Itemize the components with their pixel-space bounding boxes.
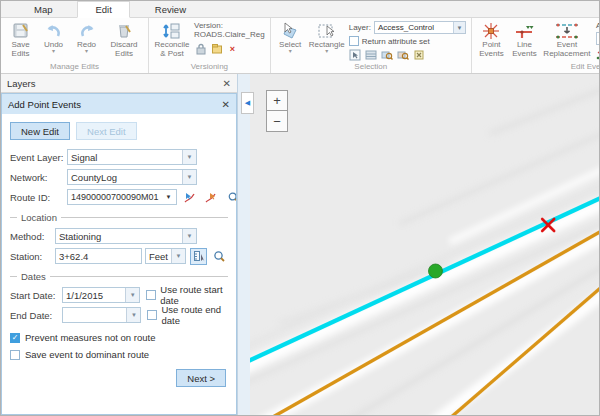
undo-dropdown-caret[interactable]: ▾ [52,49,55,53]
return-attribute-set-checkbox[interactable] [349,36,359,46]
layers-pane-close-icon[interactable]: ✕ [223,78,231,89]
line-events-button[interactable]: Line Events [508,20,541,58]
panel-gutter: ◀ [238,74,250,415]
save-edits-button[interactable]: Save Edits [4,20,37,58]
undo-button[interactable]: Undo ▾ [37,20,70,53]
group-edit-events: Point Events Line Events Event Replaceme… [472,18,600,73]
selection-attributes-icon[interactable] [365,48,378,61]
pan-to-selection-icon[interactable] [397,48,410,61]
start-date-label: Start Date: [10,290,62,301]
location-section-separator: Location [10,212,228,223]
next-button[interactable]: Next > [176,369,226,387]
ribbon-tab-bar: Map Edit Review [1,1,599,18]
start-date-arrow-icon[interactable]: ▼ [125,288,139,302]
new-edit-button[interactable]: New Edit [10,122,70,140]
route-id-combo[interactable]: 14900000700090M01 ▼ [67,189,177,205]
select-route-on-map-icon[interactable] [181,189,198,206]
left-panel: Layers ✕ Add Point Events ✕ New Edit Nex… [1,74,238,415]
end-date-input[interactable]: ▼ [62,307,141,323]
end-date-label: End Date: [10,310,62,321]
method-label: Method: [10,231,55,242]
prevent-measures-label: Prevent measures not on route [25,332,155,343]
version-lock-icon[interactable] [194,42,207,55]
select-by-shape-icon[interactable] [349,48,362,61]
end-date-arrow-icon[interactable]: ▼ [126,308,140,322]
event-point-marker [428,264,442,278]
new-version-icon[interactable] [210,42,223,55]
zoom-out-button[interactable]: − [266,111,288,132]
event-replacement-icon [554,21,580,40]
collapse-arrow-icon: ◀ [245,99,250,107]
pick-location-tool-icon[interactable] [190,248,207,265]
rectangle-select-icon [317,21,337,40]
rectangle-select-button[interactable]: Rectangle ▾ [307,20,347,53]
method-select-arrow-icon[interactable]: ▼ [182,229,196,243]
next-edit-button[interactable]: Next Edit [76,122,137,140]
tab-edit[interactable]: Edit [77,1,129,18]
add-point-events-close-icon[interactable]: ✕ [222,99,230,110]
attribute-set-select[interactable]: Default ▼ [596,32,600,45]
route-id-combo-arrow-icon[interactable]: ▼ [162,190,176,204]
method-select[interactable]: Stationing ▼ [55,228,197,244]
group-label-versioning: Versioning [152,62,267,73]
group-label-edit-events: Edit Events [475,62,600,73]
use-route-start-date-label: Use route start date [160,284,228,306]
select-dropdown-caret[interactable]: ▾ [289,49,292,53]
event-layer-label: Event Layer: [10,152,67,163]
tab-map[interactable]: Map [17,2,69,17]
start-date-input[interactable]: 1/1/2015 ▼ [62,287,140,303]
station-label: Station: [10,251,55,262]
zoom-to-station-icon[interactable] [211,248,228,265]
prevent-measures-checkbox[interactable]: ✓ [10,333,20,343]
use-route-end-date-checkbox[interactable] [147,310,157,320]
layer-select[interactable]: Access_Control ▼ [374,21,466,34]
network-select[interactable]: CountyLog ▼ [67,169,197,185]
group-label-manage-edits: Manage Edits [4,62,145,73]
zoom-in-button[interactable]: + [266,90,288,111]
station-unit-select[interactable]: Feet ▼ [145,248,186,264]
reconcile-icon [162,21,182,40]
panel-collapse-button[interactable]: ◀ [241,92,254,114]
add-point-events-title: Add Point Events [8,99,81,110]
event-replacement-button[interactable]: Event Replacement [541,20,593,58]
redo-button[interactable]: Redo ▾ [70,20,103,53]
retire-event-icon[interactable] [596,48,600,61]
delete-version-icon[interactable]: × [226,42,239,55]
station-unit-arrow-icon[interactable]: ▼ [171,249,185,263]
reconcile-post-button[interactable]: Reconcile & Post [152,20,192,58]
group-manage-edits: Save Edits Undo ▾ Redo ▾ [1,18,149,73]
layers-pane-header: Layers ✕ [1,74,237,93]
group-selection: Select ▾ Rectangle ▾ Layer: Access_Contr… [271,18,472,73]
tab-review[interactable]: Review [138,2,203,17]
zoom-to-route-icon[interactable] [227,189,236,206]
map-zoom-control: + − [266,90,288,132]
map-view[interactable]: + − [250,74,599,415]
select-button[interactable]: Select ▾ [274,20,307,53]
attribute-set-label: Attribute Set: [596,21,600,30]
network-select-arrow-icon[interactable]: ▼ [182,170,196,184]
event-layer-select[interactable]: Signal ▼ [67,149,197,165]
return-attribute-set-label: Return attribute set [362,37,430,46]
trash-icon [116,21,132,40]
point-events-button[interactable]: Point Events [475,20,508,58]
redo-dropdown-caret[interactable]: ▾ [85,49,88,53]
ribbon: Save Edits Undo ▾ Redo ▾ [1,18,599,74]
save-icon [12,21,30,40]
zoom-to-selection-icon[interactable] [381,48,394,61]
discard-edits-button[interactable]: Discard Edits [103,20,145,58]
event-layer-select-arrow-icon[interactable]: ▼ [182,150,196,164]
version-value: ROADS.Claire_Reg [194,30,265,39]
use-route-start-date-checkbox[interactable] [146,290,156,300]
clear-selection-icon[interactable] [413,48,426,61]
group-label-selection: Selection [274,62,468,73]
select-route-from-selection-icon[interactable] [202,189,219,206]
arcgis-window: Map Edit Review Save Edits Undo ▾ [0,0,600,416]
station-input[interactable]: 3+62.4 [55,248,142,264]
rectangle-dropdown-caret[interactable]: ▾ [325,49,328,53]
layers-pane-title: Layers [7,78,36,89]
version-label: Version: [194,21,265,30]
point-events-icon [481,21,501,40]
layer-select-arrow-icon[interactable]: ▼ [453,22,465,33]
save-dominant-route-checkbox[interactable] [10,350,20,360]
dates-section-separator: Dates [10,271,228,282]
